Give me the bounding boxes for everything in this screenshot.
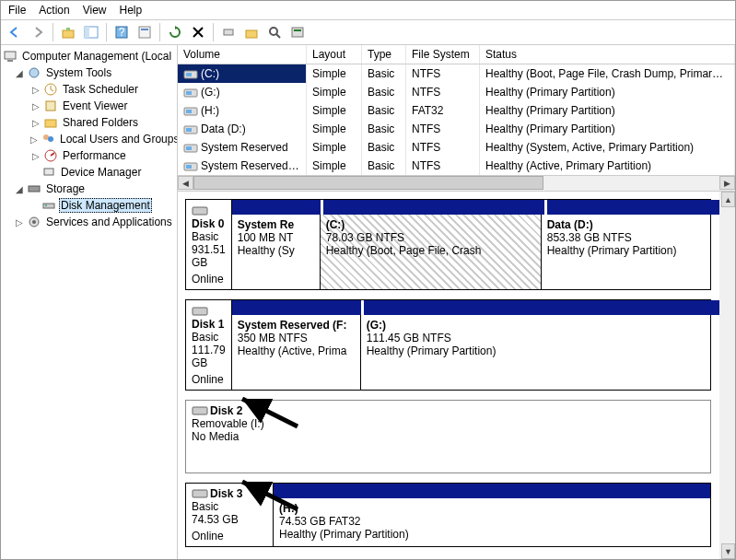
toolbar: ? [1,20,735,45]
tree-device-manager[interactable]: Device Manager [1,164,177,181]
expand-icon[interactable]: ▷ [30,85,41,95]
col-layout[interactable]: Layout [307,45,362,64]
menu-help[interactable]: Help [120,4,143,17]
partition[interactable]: (C:)78.03 GB NTFSHealthy (Boot, Page Fil… [321,215,542,289]
expand-icon[interactable]: ▷ [14,217,24,228]
shared-folder-icon [43,115,58,130]
disk-card[interactable]: Disk 1 Basic 111.79 GB Online System Res… [185,299,711,391]
disk-info: Disk 3 Basic 74.53 GB Online [186,484,274,547]
scroll-right-icon[interactable]: ▶ [719,176,735,190]
svg-rect-37 [186,146,192,150]
svg-point-15 [29,68,39,77]
svg-rect-24 [43,204,54,208]
action4-button[interactable] [287,22,308,42]
volume-list-header: Volume Layout Type File System Status [178,45,735,64]
scroll-left-icon[interactable]: ◀ [178,176,193,190]
expand-icon[interactable]: ▷ [30,151,41,161]
expand-icon[interactable]: ▷ [30,118,41,128]
action2-button[interactable] [241,22,262,42]
partition[interactable]: System Reserved (F:350 MB NTFSHealthy (A… [232,315,361,390]
svg-rect-6 [141,29,148,30]
svg-rect-29 [186,73,192,76]
collapse-icon[interactable]: ◢ [14,68,24,78]
partition[interactable]: (G:)111.45 GB NTFSHealthy (Primary Parti… [361,315,735,390]
properties-button[interactable] [134,22,155,42]
horizontal-scrollbar[interactable]: ◀ ▶ [178,175,735,191]
col-status[interactable]: Status [480,45,735,64]
svg-rect-17 [46,101,55,111]
col-volume[interactable]: Volume [178,45,307,64]
expand-icon[interactable]: ▷ [30,101,41,111]
refresh-button[interactable] [165,22,185,42]
svg-rect-33 [186,110,192,113]
volume-row[interactable]: System Reserved (F:)SimpleBasicNTFSHealt… [178,157,735,175]
volume-list[interactable]: Volume Layout Type File System Status (C… [178,45,735,192]
disk-card[interactable]: Disk 0 Basic 931.51 GB Online System Re1… [185,199,711,290]
tree-local-users[interactable]: ▷ Local Users and Groups [1,131,177,147]
event-icon [43,99,58,113]
disk-info: Disk 1 Basic 111.79 GB Online [186,300,232,390]
volume-row[interactable]: System ReservedSimpleBasicNTFSHealthy (S… [178,138,735,157]
volume-row[interactable]: (H:)SimpleBasicFAT32Healthy (Primary Par… [178,101,735,120]
toolbar-divider [159,23,160,41]
disk-partitions: System Re100 MB NTHealthy (Sy (C:)78.03 … [232,215,735,289]
col-type[interactable]: Type [362,45,406,64]
volume-icon [183,88,198,99]
svg-rect-40 [193,207,207,215]
users-icon [41,132,55,146]
disk-icon [192,487,208,500]
navigation-tree[interactable]: Computer Management (Local ◢ System Tool… [1,45,178,559]
storage-icon [27,181,41,196]
volume-row[interactable]: (C:)SimpleBasicNTFSHealthy (Boot, Page F… [178,64,735,83]
volume-row[interactable]: (G:)SimpleBasicNTFSHealthy (Primary Part… [178,83,735,101]
menu-view[interactable]: View [83,4,107,17]
tree-storage[interactable]: ◢ Storage [1,181,177,197]
scroll-up-icon[interactable]: ▲ [721,192,735,207]
forward-button[interactable] [28,22,48,42]
menu-file[interactable]: File [8,4,26,17]
volume-row[interactable]: Data (D:)SimpleBasicNTFSHealthy (Primary… [178,120,735,138]
performance-icon [43,148,58,163]
partition[interactable]: (H:)74.53 GB FAT32Healthy (Primary Parti… [274,498,624,547]
col-filesystem[interactable]: File System [406,45,480,64]
tree-event-viewer[interactable]: ▷ Event Viewer [1,98,177,114]
svg-rect-0 [63,30,74,38]
volume-icon [183,106,198,117]
tree-shared-folders[interactable]: ▷ Shared Folders [1,114,177,131]
device-icon [41,165,56,180]
show-hide-tree-button[interactable] [81,22,101,42]
svg-rect-2 [85,27,89,38]
scroll-down-icon[interactable]: ▼ [721,543,735,559]
tree-performance[interactable]: ▷ Performance [1,147,177,164]
menu-action[interactable]: Action [39,4,69,17]
disk-card[interactable]: Disk 2 Removable (I:) No Media [185,400,711,473]
partition[interactable]: System Re100 MB NTHealthy (Sy [232,215,321,289]
help-button[interactable]: ? [111,22,132,42]
disk-graphical-view[interactable]: Disk 0 Basic 931.51 GB Online System Re1… [178,192,735,559]
scroll-thumb[interactable] [193,176,543,190]
toolbar-divider [213,23,214,41]
delete-button[interactable] [188,22,208,42]
svg-point-20 [48,136,53,142]
tree-disk-management[interactable]: Disk Management [1,197,177,214]
back-button[interactable] [5,22,25,42]
tree-services-apps[interactable]: ▷ Services and Applications [1,214,177,230]
svg-rect-43 [193,490,207,497]
disk-icon [192,305,208,318]
disk-card[interactable]: Disk 3 Basic 74.53 GB Online (H:)74.53 G… [185,483,711,548]
action1-button[interactable] [218,22,239,42]
disk-stripe [274,484,710,498]
expand-icon[interactable]: ▷ [30,134,38,145]
vertical-scrollbar[interactable]: ▲ ▼ [719,192,735,559]
collapse-icon[interactable]: ◢ [14,184,24,194]
tree-root[interactable]: Computer Management (Local [1,48,177,64]
svg-point-9 [270,28,277,35]
tree-system-tools[interactable]: ◢ System Tools [1,64,177,81]
svg-text:?: ? [119,26,125,39]
up-button[interactable] [58,22,78,42]
svg-point-27 [32,220,36,224]
disk-partitions: (H:)74.53 GB FAT32Healthy (Primary Parti… [274,498,710,547]
action3-button[interactable] [264,22,285,42]
tree-task-scheduler[interactable]: ▷ Task Scheduler [1,81,177,98]
partition[interactable]: Data (D:)853.38 GB NTFSHealthy (Primary … [542,215,735,289]
